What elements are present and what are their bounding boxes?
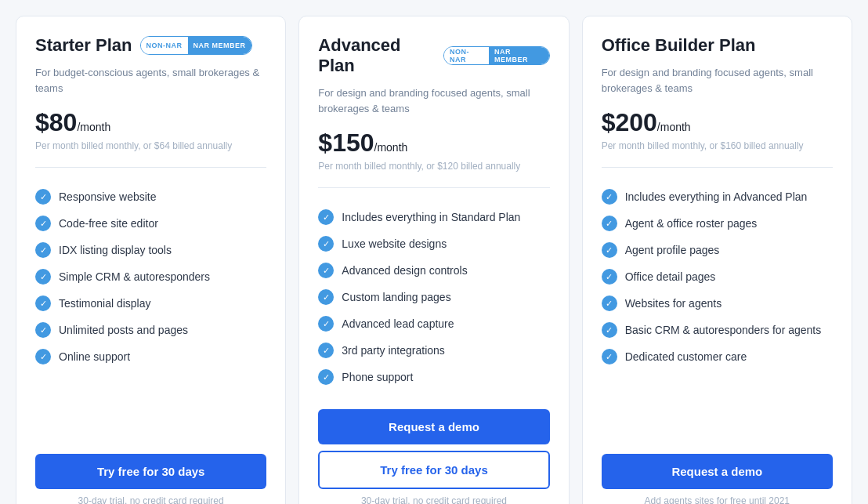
plan-description-office_builder: For design and branding focused agents, … [602,65,833,96]
check-icon-starter-0: ✓ [35,189,51,205]
feature-item-office_builder-2: ✓Agent profile pages [602,237,833,263]
secondary-button-advanced[interactable]: Try free for 30 days [318,451,549,489]
check-icon-office_builder-1: ✓ [602,216,617,231]
feature-text-office_builder-0: Includes everything in Advanced Plan [625,190,808,203]
plan-title-row-advanced: Advanced PlanNON-NARNAR MEMBER [318,35,549,76]
badge-group-advanced: NON-NARNAR MEMBER [443,46,550,65]
actions-office_builder: Request a demoAdd agents sites for free … [602,454,833,504]
feature-text-advanced-1: Luxe website designs [342,237,447,250]
badge-nar-starter: NAR MEMBER [188,37,251,54]
price-amount-office_builder: $200 [602,108,657,136]
feature-text-office_builder-6: Dedicated customer care [625,350,747,363]
feature-text-office_builder-2: Agent profile pages [625,244,720,256]
actions-starter: Try free for 30 days30-day trial, no cre… [35,454,266,504]
badge-non-nar-starter: NON-NAR [141,37,188,54]
plan-price-starter: $80/month [35,108,266,137]
primary-button-advanced[interactable]: Request a demo [318,409,549,444]
price-amount-advanced: $150 [318,129,374,157]
feature-item-starter-4: ✓Testimonial display [35,290,266,317]
feature-item-starter-1: ✓Code-free site editor [35,210,266,237]
button-note-office_builder: Add agents sites for free until 2021 [602,495,833,504]
plan-card-advanced: Advanced PlanNON-NARNAR MEMBERFor design… [298,16,569,504]
plan-header-office_builder: Office Builder PlanFor design and brandi… [602,35,833,168]
feature-item-starter-0: ✓Responsive website [35,183,266,210]
feature-item-advanced-1: ✓Luxe website designs [318,230,549,257]
check-icon-office_builder-4: ✓ [602,296,617,311]
features-list-advanced: ✓Includes everything in Standard Plan✓Lu… [318,204,549,390]
price-period-advanced: /month [374,141,408,154]
plan-card-office_builder: Office Builder PlanFor design and brandi… [582,16,852,504]
check-icon-office_builder-5: ✓ [602,322,617,338]
price-period-starter: /month [77,121,110,133]
check-icon-starter-1: ✓ [35,216,51,231]
plan-header-advanced: Advanced PlanNON-NARNAR MEMBERFor design… [318,35,549,188]
check-icon-advanced-1: ✓ [318,236,334,252]
feature-item-advanced-6: ✓Phone support [318,364,549,390]
feature-item-advanced-5: ✓3rd party integrations [318,337,549,364]
check-icon-office_builder-2: ✓ [602,242,617,258]
plan-name-advanced: Advanced Plan [318,35,436,76]
feature-text-advanced-2: Advanced design controls [342,264,467,277]
price-note-office_builder: Per month billed monthly, or $160 billed… [602,140,833,151]
badge-group-starter: NON-NARNAR MEMBER [140,36,252,55]
price-amount-starter: $80 [35,108,77,136]
check-icon-office_builder-6: ✓ [602,349,617,364]
feature-text-advanced-3: Custom landing pages [342,291,450,303]
feature-text-starter-5: Unlimited posts and pages [59,324,188,336]
feature-text-starter-3: Simple CRM & autoresponders [59,270,210,283]
badge-nar-advanced: NAR MEMBER [489,47,549,64]
plan-header-starter: Starter PlanNON-NARNAR MEMBERFor budget-… [35,35,266,168]
feature-text-office_builder-1: Agent & office roster pages [625,217,758,230]
plans-container: Starter PlanNON-NARNAR MEMBERFor budget-… [16,16,852,504]
feature-item-office_builder-4: ✓Websites for agents [602,290,833,317]
button-note-starter: 30-day trial, no credit card required [35,495,266,504]
feature-text-office_builder-3: Office detail pages [625,270,716,283]
feature-item-advanced-4: ✓Advanced lead capture [318,310,549,337]
check-icon-advanced-3: ✓ [318,289,334,305]
feature-text-office_builder-4: Websites for agents [625,297,722,310]
feature-text-starter-4: Testimonial display [59,297,151,310]
features-list-office_builder: ✓Includes everything in Advanced Plan✓Ag… [602,183,833,435]
primary-button-starter[interactable]: Try free for 30 days [35,454,266,489]
feature-item-office_builder-6: ✓Dedicated customer care [602,343,833,370]
feature-item-starter-6: ✓Online support [35,343,266,370]
check-icon-office_builder-0: ✓ [602,189,617,205]
price-note-advanced: Per month billed monthly, or $120 billed… [318,161,549,172]
price-note-starter: Per month billed monthly, or $64 billed … [35,140,266,151]
check-icon-starter-3: ✓ [35,269,51,285]
feature-text-starter-6: Online support [59,350,130,363]
features-list-starter: ✓Responsive website✓Code-free site edito… [35,183,266,435]
plan-description-starter: For budget-conscious agents, small broke… [35,65,266,96]
feature-item-office_builder-3: ✓Office detail pages [602,263,833,290]
feature-text-starter-2: IDX listing display tools [59,244,172,256]
check-icon-advanced-6: ✓ [318,369,334,385]
actions-advanced: Request a demoTry free for 30 days30-day… [318,409,549,504]
feature-item-advanced-0: ✓Includes everything in Standard Plan [318,204,549,230]
feature-text-office_builder-5: Basic CRM & autoresponders for agents [625,324,822,336]
feature-text-advanced-4: Advanced lead capture [342,317,454,330]
button-note-advanced: 30-day trial, no credit card required [318,495,549,504]
feature-item-advanced-2: ✓Advanced design controls [318,257,549,284]
primary-button-office_builder[interactable]: Request a demo [602,454,833,489]
plan-card-starter: Starter PlanNON-NARNAR MEMBERFor budget-… [16,16,286,504]
check-icon-advanced-4: ✓ [318,316,334,332]
check-icon-advanced-0: ✓ [318,209,334,225]
plan-title-row-office_builder: Office Builder Plan [602,35,833,56]
feature-item-starter-5: ✓Unlimited posts and pages [35,317,266,343]
plan-name-office_builder: Office Builder Plan [602,35,756,56]
check-icon-starter-6: ✓ [35,349,51,364]
price-period-office_builder: /month [657,121,691,133]
feature-item-advanced-3: ✓Custom landing pages [318,284,549,310]
feature-text-advanced-6: Phone support [342,371,413,383]
badge-non-nar-advanced: NON-NAR [444,47,489,64]
check-icon-starter-5: ✓ [35,322,51,338]
check-icon-starter-2: ✓ [35,242,51,258]
feature-item-office_builder-1: ✓Agent & office roster pages [602,210,833,237]
plan-name-starter: Starter Plan [35,35,132,56]
plan-title-row-starter: Starter PlanNON-NARNAR MEMBER [35,35,266,56]
check-icon-advanced-2: ✓ [318,263,334,278]
plan-price-advanced: $150/month [318,129,549,158]
feature-text-starter-0: Responsive website [59,190,157,203]
feature-item-office_builder-0: ✓Includes everything in Advanced Plan [602,183,833,210]
feature-item-starter-2: ✓IDX listing display tools [35,237,266,263]
